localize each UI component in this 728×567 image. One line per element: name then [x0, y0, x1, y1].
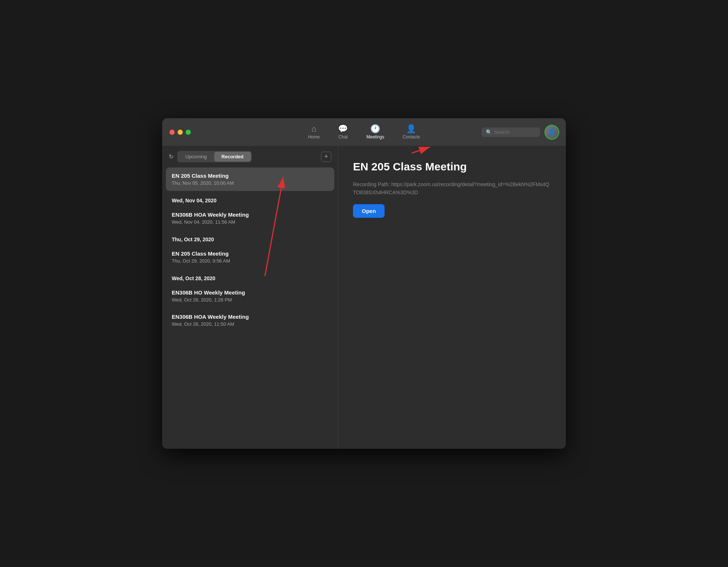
tab-recorded[interactable]: Recorded — [214, 152, 251, 162]
date-header: Wed, Oct 28, 2020 — [166, 270, 334, 284]
meeting-time: Wed, Nov 04, 2020, 11:56 AM — [172, 219, 328, 225]
list-item[interactable]: EN 205 Class Meeting Thu, Oct 29, 2020, … — [166, 245, 334, 269]
recording-label: Recording Path: — [353, 181, 391, 187]
maximize-button[interactable] — [186, 130, 191, 135]
meeting-time: Thu, Oct 29, 2020, 9:56 AM — [172, 258, 328, 264]
left-panel: ↻ Upcoming Recorded + EN 205 Class Meeti… — [162, 146, 338, 449]
nav-contacts[interactable]: 👤 Contacts — [403, 125, 420, 140]
search-icon: 🔍 — [486, 129, 492, 135]
home-icon: ⌂ — [312, 125, 316, 133]
list-item[interactable]: EN 205 Class Meeting Thu, Nov 05, 2020, … — [166, 167, 334, 191]
open-button[interactable]: Open — [353, 204, 385, 218]
nav-home-label: Home — [308, 134, 320, 140]
meeting-time: Wed, Oct 28, 2020, 11:50 AM — [172, 321, 328, 327]
close-button[interactable] — [170, 130, 175, 135]
meeting-title: EN306B HOA Weekly Meeting — [172, 212, 328, 218]
meeting-title: EN 205 Class Meeting — [172, 250, 328, 257]
app-window: ⌂ Home 💬 Chat 🕐 Meetings 👤 Contacts 🔍 👤 — [162, 118, 566, 449]
avatar-image: 👤 — [545, 126, 558, 139]
recording-path: Recording Path: https://park.zoom.us/rec… — [353, 180, 551, 197]
date-header: Thu, Oct 29, 2020 — [166, 231, 334, 245]
chat-icon: 💬 — [338, 125, 348, 133]
date-header: Wed, Nov 04, 2020 — [166, 192, 334, 206]
minimize-button[interactable] — [178, 130, 183, 135]
meeting-title: EN306B HOA Weekly Meeting — [172, 314, 328, 320]
nav-home[interactable]: ⌂ Home — [308, 125, 320, 140]
nav-contacts-label: Contacts — [403, 134, 420, 140]
tab-upcoming[interactable]: Upcoming — [178, 152, 214, 162]
search-input[interactable] — [494, 129, 536, 135]
meetings-list: EN 205 Class Meeting Thu, Nov 05, 2020, … — [162, 167, 338, 449]
nav-meetings[interactable]: 🕐 Meetings — [366, 125, 384, 140]
list-item[interactable]: EN306B HOA Weekly Meeting Wed, Oct 28, 2… — [166, 308, 334, 332]
nav-chat[interactable]: 💬 Chat — [338, 125, 348, 140]
right-panel: EN 205 Class Meeting Recording Path: htt… — [338, 146, 566, 449]
meeting-title: EN306B HO Weekly Meeting — [172, 289, 328, 296]
add-meeting-button[interactable]: + — [321, 152, 331, 162]
search-bar[interactable]: 🔍 — [481, 127, 540, 137]
contacts-icon: 👤 — [406, 125, 416, 133]
avatar[interactable]: 👤 — [545, 125, 559, 140]
meetings-icon: 🕐 — [370, 125, 380, 133]
main-content: ↻ Upcoming Recorded + EN 205 Class Meeti… — [162, 146, 566, 449]
title-bar: ⌂ Home 💬 Chat 🕐 Meetings 👤 Contacts 🔍 👤 — [162, 118, 566, 146]
list-item[interactable]: EN306B HOA Weekly Meeting Wed, Nov 04, 2… — [166, 206, 334, 230]
meeting-title: EN 205 Class Meeting — [172, 173, 328, 179]
panel-header: ↻ Upcoming Recorded + — [162, 146, 338, 167]
nav-meetings-label: Meetings — [366, 134, 384, 140]
list-item[interactable]: EN306B HO Weekly Meeting Wed, Oct 28, 20… — [166, 284, 334, 308]
meeting-time: Thu, Nov 05, 2020, 10:00 AM — [172, 180, 328, 186]
refresh-icon[interactable]: ↻ — [169, 153, 174, 160]
detail-title: EN 205 Class Meeting — [353, 160, 551, 173]
tab-group: Upcoming Recorded — [177, 151, 252, 162]
nav-chat-label: Chat — [338, 134, 347, 140]
traffic-lights — [170, 130, 191, 135]
meeting-time: Wed, Oct 28, 2020, 1:26 PM — [172, 297, 328, 303]
